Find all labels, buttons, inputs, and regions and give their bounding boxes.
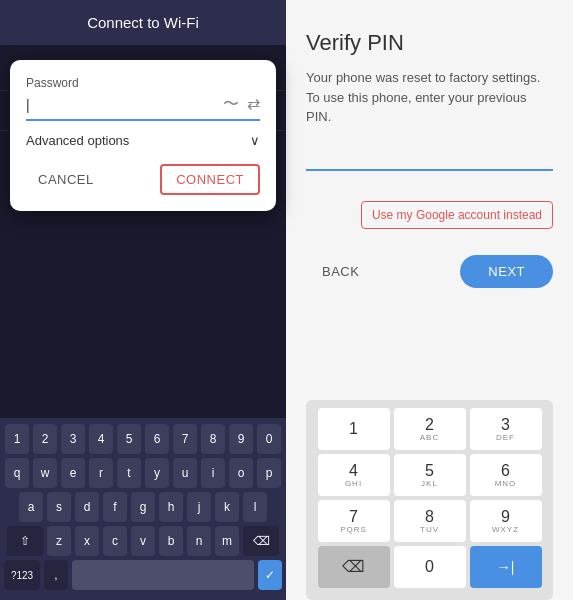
- key-row-numbers: 1 2 3 4 5 6 7 8 9 0: [4, 424, 282, 454]
- key-b[interactable]: b: [159, 526, 183, 556]
- num-sub-6: MNO: [495, 479, 517, 488]
- enter-icon: →|: [497, 560, 515, 574]
- num-key-6[interactable]: 6 MNO: [470, 454, 542, 496]
- key-q[interactable]: q: [5, 458, 29, 488]
- advanced-options-label: Advanced options: [26, 133, 129, 148]
- num-sub-7: PQRS: [340, 525, 367, 534]
- key-3[interactable]: 3: [61, 424, 85, 454]
- key-c[interactable]: c: [103, 526, 127, 556]
- symbols-key[interactable]: ?123: [4, 560, 40, 590]
- backspace-icon: ⌫: [342, 559, 365, 575]
- num-main-9: 9: [501, 509, 510, 525]
- backspace-key[interactable]: ⌫: [243, 526, 279, 556]
- num-main-2: 2: [425, 417, 434, 433]
- nav-buttons: BACK NEXT: [306, 255, 553, 288]
- key-y[interactable]: y: [145, 458, 169, 488]
- num-sub-8: TUV: [420, 525, 439, 534]
- num-row-4: ⌫ 0 →|: [310, 546, 549, 588]
- num-key-enter[interactable]: →|: [470, 546, 542, 588]
- input-icons: 〜 ⇄: [223, 94, 260, 115]
- key-n[interactable]: n: [187, 526, 211, 556]
- connect-button[interactable]: CONNECT: [160, 164, 260, 195]
- key-m[interactable]: m: [215, 526, 239, 556]
- cancel-button[interactable]: CANCEL: [26, 166, 106, 193]
- key-u[interactable]: u: [173, 458, 197, 488]
- key-5[interactable]: 5: [117, 424, 141, 454]
- key-6[interactable]: 6: [145, 424, 169, 454]
- password-input[interactable]: [26, 97, 223, 113]
- num-sub-5: JKL: [421, 479, 438, 488]
- num-key-2[interactable]: 2 ABC: [394, 408, 466, 450]
- num-key-5[interactable]: 5 JKL: [394, 454, 466, 496]
- num-key-7[interactable]: 7 PQRS: [318, 500, 390, 542]
- advanced-options-row[interactable]: Advanced options ∨: [26, 133, 260, 148]
- num-row-1: 1 2 ABC 3 DEF: [310, 408, 549, 450]
- num-key-0[interactable]: 0: [394, 546, 466, 588]
- key-z[interactable]: z: [47, 526, 71, 556]
- wifi-header: Connect to Wi-Fi: [0, 0, 286, 45]
- key-0[interactable]: 0: [257, 424, 281, 454]
- back-button[interactable]: BACK: [306, 256, 375, 287]
- key-e[interactable]: e: [61, 458, 85, 488]
- num-key-4[interactable]: 4 GHI: [318, 454, 390, 496]
- key-d[interactable]: d: [75, 492, 99, 522]
- key-o[interactable]: o: [229, 458, 253, 488]
- password-input-row: 〜 ⇄: [26, 94, 260, 121]
- key-f[interactable]: f: [103, 492, 127, 522]
- num-main-0: 0: [425, 559, 434, 575]
- verify-title: Verify PIN: [306, 30, 553, 56]
- num-sub-4: GHI: [345, 479, 362, 488]
- key-a[interactable]: a: [19, 492, 43, 522]
- chevron-down-icon: ∨: [250, 133, 260, 148]
- key-row-bottom: ?123 , ✓: [4, 560, 282, 590]
- key-l[interactable]: l: [243, 492, 267, 522]
- num-key-9[interactable]: 9 WXYZ: [470, 500, 542, 542]
- pin-input[interactable]: [306, 151, 553, 171]
- key-1[interactable]: 1: [5, 424, 29, 454]
- space-key[interactable]: [72, 560, 254, 590]
- key-row-qwerty: q w e r t y u i o p: [4, 458, 282, 488]
- num-main-8: 8: [425, 509, 434, 525]
- done-key[interactable]: ✓: [258, 560, 282, 590]
- key-row-asdf: a s d f g h j k l: [4, 492, 282, 522]
- key-9[interactable]: 9: [229, 424, 253, 454]
- num-sub-3: DEF: [496, 433, 515, 442]
- key-p[interactable]: p: [257, 458, 281, 488]
- key-t[interactable]: t: [117, 458, 141, 488]
- num-main-6: 6: [501, 463, 510, 479]
- eye-icon[interactable]: 〜: [223, 94, 239, 115]
- num-key-backspace[interactable]: ⌫: [318, 546, 390, 588]
- key-k[interactable]: k: [215, 492, 239, 522]
- key-v[interactable]: v: [131, 526, 155, 556]
- key-j[interactable]: j: [187, 492, 211, 522]
- key-r[interactable]: r: [89, 458, 113, 488]
- num-key-3[interactable]: 3 DEF: [470, 408, 542, 450]
- shift-key[interactable]: ⇧: [7, 526, 43, 556]
- next-button[interactable]: NEXT: [460, 255, 553, 288]
- num-key-8[interactable]: 8 TUV: [394, 500, 466, 542]
- num-main-1: 1: [349, 421, 358, 437]
- key-w[interactable]: w: [33, 458, 57, 488]
- num-main-7: 7: [349, 509, 358, 525]
- num-row-2: 4 GHI 5 JKL 6 MNO: [310, 454, 549, 496]
- right-panel: Verify PIN Your phone was reset to facto…: [286, 0, 573, 600]
- google-account-wrapper: Use my Google account instead: [306, 201, 553, 245]
- key-x[interactable]: x: [75, 526, 99, 556]
- keyboard: 1 2 3 4 5 6 7 8 9 0 q w e r t y u i o p …: [0, 418, 286, 600]
- key-s[interactable]: s: [47, 492, 71, 522]
- comma-key[interactable]: ,: [44, 560, 68, 590]
- google-account-button[interactable]: Use my Google account instead: [361, 201, 553, 229]
- key-7[interactable]: 7: [173, 424, 197, 454]
- key-g[interactable]: g: [131, 492, 155, 522]
- num-key-1[interactable]: 1: [318, 408, 390, 450]
- key-2[interactable]: 2: [33, 424, 57, 454]
- key-8[interactable]: 8: [201, 424, 225, 454]
- dialog-buttons: CANCEL CONNECT: [26, 164, 260, 195]
- key-h[interactable]: h: [159, 492, 183, 522]
- num-main-3: 3: [501, 417, 510, 433]
- password-label: Password: [26, 76, 260, 90]
- key-4[interactable]: 4: [89, 424, 113, 454]
- expand-icon[interactable]: ⇄: [247, 94, 260, 115]
- num-sub-2: ABC: [420, 433, 439, 442]
- key-i[interactable]: i: [201, 458, 225, 488]
